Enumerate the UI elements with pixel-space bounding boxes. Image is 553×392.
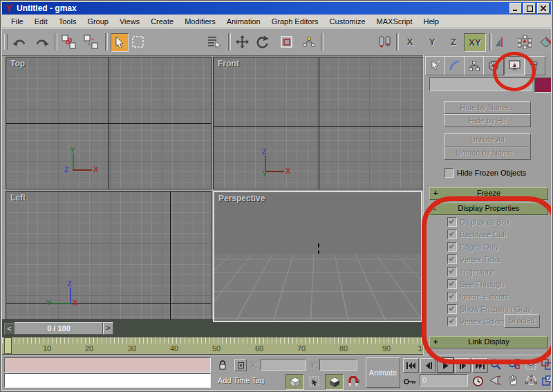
minimize-button[interactable]: [509, 3, 522, 14]
previous-frame-arrow[interactable]: <: [4, 323, 15, 335]
next-frame-arrow[interactable]: >: [103, 322, 113, 335]
select-and-move-button[interactable]: [234, 33, 250, 50]
freeze-rollout-header[interactable]: + Freeze: [429, 187, 548, 200]
menu-help[interactable]: Help: [418, 16, 445, 27]
current-frame-field[interactable]: [420, 374, 468, 386]
backface-cull-checkbox[interactable]: [447, 230, 457, 239]
menu-edit[interactable]: Edit: [29, 16, 53, 27]
track-bar[interactable]: [4, 357, 211, 373]
ignore-extents-checkbox[interactable]: [447, 292, 457, 301]
viewport-perspective[interactable]: Perspective ZXY: [213, 191, 422, 322]
utilities-tab[interactable]: [525, 56, 545, 75]
menu-create[interactable]: Create: [145, 16, 179, 27]
close-button[interactable]: [537, 3, 550, 14]
y-coordinate-field[interactable]: [319, 359, 357, 371]
unhide-by-name-button[interactable]: Unhide by Name...: [444, 147, 531, 160]
menu-maxscript[interactable]: MAXScript: [371, 16, 418, 27]
render-type-button[interactable]: [539, 33, 553, 50]
modify-tab[interactable]: [444, 56, 465, 75]
select-and-rotate-button[interactable]: [254, 33, 270, 50]
menu-animation[interactable]: Animation: [221, 16, 266, 27]
shaded-button[interactable]: Shaded: [504, 314, 540, 328]
restrict-x-button[interactable]: X: [402, 33, 418, 50]
vertex-ticks-checkbox[interactable]: [447, 254, 457, 264]
hide-by-name-button[interactable]: Hide by Name...: [444, 101, 531, 114]
unlink-selection-button[interactable]: [83, 33, 100, 50]
see-through-checkbox[interactable]: [447, 279, 457, 289]
vertex-colors-checkbox[interactable]: [447, 317, 457, 326]
display-tab[interactable]: [504, 56, 525, 75]
angle-snap-toggle-button[interactable]: [307, 375, 322, 388]
hide-frozen-objects-checkbox[interactable]: [444, 168, 454, 178]
object-color-swatch[interactable]: [534, 77, 552, 93]
menu-group[interactable]: Group: [82, 16, 114, 27]
zoom-extents-button[interactable]: [523, 357, 539, 371]
animate-button[interactable]: Animate: [366, 357, 400, 388]
viewport-front[interactable]: Front ZXY: [213, 57, 424, 189]
viewport-top[interactable]: Top YXZ: [6, 57, 212, 189]
title-bar[interactable]: Untitled - gmax: [2, 2, 551, 15]
trajectory-checkbox[interactable]: [447, 267, 457, 277]
link-display-rollout-header[interactable]: + Link Display: [429, 336, 548, 348]
snap-toggle-button[interactable]: [285, 374, 304, 390]
timeline-position-marker[interactable]: [4, 337, 12, 354]
restrict-z-button[interactable]: Z: [445, 33, 462, 50]
hierarchy-tab[interactable]: [464, 56, 485, 75]
redo-button[interactable]: [33, 33, 50, 50]
select-and-link-button[interactable]: [61, 33, 77, 50]
toolbar-grip[interactable]: [4, 34, 8, 50]
zoom-extents-all-button[interactable]: [539, 357, 553, 371]
mirror-button[interactable]: [494, 33, 510, 50]
menu-graph-editors[interactable]: Graph Editors: [266, 16, 324, 27]
x-coordinate-label: X:: [251, 361, 258, 369]
zoom-all-button[interactable]: [505, 357, 521, 371]
menu-views[interactable]: Views: [114, 16, 145, 27]
main-toolbar: All View X Y Z XY: [2, 28, 551, 56]
menu-file[interactable]: File: [6, 16, 29, 27]
maximize-button[interactable]: [523, 3, 536, 14]
select-by-name-button[interactable]: [206, 33, 223, 50]
motion-tab[interactable]: [483, 56, 504, 75]
restrict-y-button[interactable]: Y: [424, 33, 440, 50]
key-mode-toggle[interactable]: [403, 375, 417, 387]
create-tab[interactable]: [425, 56, 446, 75]
selection-lock-toggle[interactable]: [216, 359, 229, 371]
absolute-offset-mode-toggle[interactable]: [234, 359, 247, 371]
time-slider-handle[interactable]: 0 / 100: [15, 322, 103, 335]
go-to-end-button[interactable]: [472, 358, 488, 373]
hide-by-hit-button[interactable]: Hide by Hit: [444, 114, 531, 127]
arc-rotate-button[interactable]: [523, 373, 539, 387]
show-frozen-in-gray-checkbox[interactable]: [447, 304, 457, 314]
percent-snap-toggle-button[interactable]: [325, 374, 344, 390]
menu-modifiers[interactable]: Modifiers: [179, 16, 221, 27]
unhide-all-button[interactable]: Unhide All: [444, 133, 531, 147]
edges-only-checkbox[interactable]: [447, 242, 457, 252]
previous-frame-button[interactable]: [420, 358, 436, 373]
play-animation-button[interactable]: [438, 358, 453, 373]
pan-view-button[interactable]: [505, 373, 521, 387]
use-pivot-point-center-button[interactable]: [377, 33, 393, 50]
go-to-start-button[interactable]: [403, 358, 419, 373]
field-of-view-button[interactable]: [487, 373, 503, 387]
viewport-left[interactable]: Left ZYX: [6, 191, 212, 320]
menu-tools[interactable]: Tools: [53, 16, 82, 27]
x-coordinate-field[interactable]: [261, 359, 306, 371]
array-button[interactable]: [516, 33, 533, 50]
undo-button[interactable]: [12, 33, 28, 50]
add-time-tag[interactable]: Add Time Tag: [218, 376, 264, 384]
min-max-toggle-button[interactable]: [539, 373, 553, 387]
object-name-field[interactable]: [429, 77, 532, 91]
rectangular-selection-region-button[interactable]: [130, 33, 147, 50]
display-as-box-checkbox[interactable]: [447, 217, 457, 227]
display-properties-rollout-header[interactable]: - Display Properties: [429, 203, 548, 215]
next-frame-button[interactable]: [455, 358, 471, 373]
select-and-scale-button[interactable]: [279, 33, 295, 50]
timeline-ruler[interactable]: 10 20 30 40 50 60 70 80 90 100: [2, 337, 427, 355]
zoom-button[interactable]: [487, 357, 503, 371]
spinner-snap-toggle-button[interactable]: 3: [347, 375, 361, 388]
restrict-xy-plane-button[interactable]: XY: [464, 33, 486, 52]
time-configuration-button[interactable]: [471, 375, 484, 387]
select-object-button[interactable]: [111, 33, 129, 52]
select-and-manipulate-button[interactable]: [301, 33, 317, 50]
menu-customize[interactable]: Customize: [324, 16, 371, 27]
